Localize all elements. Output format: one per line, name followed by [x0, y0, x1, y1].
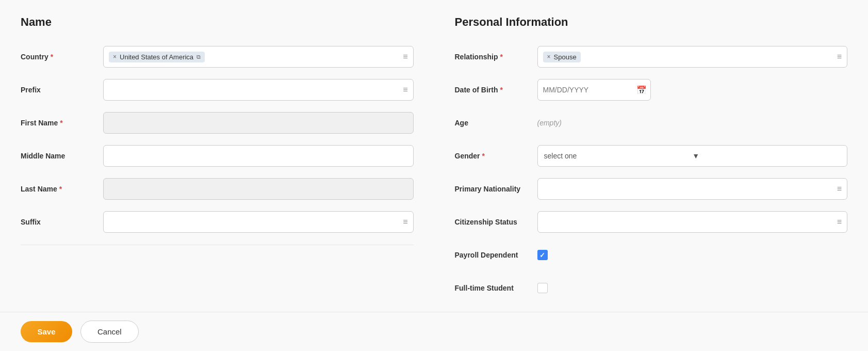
country-list-icon[interactable]: ≡ — [403, 52, 407, 61]
citizenship-status-label: Citizenship Status — [455, 218, 537, 226]
suffix-list-icon[interactable]: ≡ — [403, 217, 407, 227]
payroll-dependent-label: Payroll Dependent — [455, 251, 537, 259]
full-time-student-checkbox[interactable] — [537, 283, 548, 293]
name-section-title: Name — [21, 15, 414, 29]
citizenship-status-list-icon[interactable]: ≡ — [837, 217, 842, 227]
payroll-dependent-field: ✓ — [537, 250, 848, 260]
relationship-close-icon[interactable]: × — [547, 53, 551, 60]
first-name-row: First Name* — [21, 110, 414, 135]
country-field: × United States of America ⧉ ≡ — [103, 46, 414, 68]
first-name-input[interactable] — [103, 112, 414, 134]
primary-nationality-input[interactable]: ≡ — [537, 178, 848, 200]
dob-row: Date of Birth* 📅 — [455, 77, 848, 102]
dob-label: Date of Birth* — [455, 86, 537, 94]
cancel-button[interactable]: Cancel — [80, 321, 139, 343]
suffix-field: ≡ — [103, 211, 414, 233]
personal-info-section: Personal Information Relationship* × Spo… — [455, 15, 848, 310]
first-name-field — [103, 112, 414, 134]
full-time-student-row: Full-time Student — [455, 276, 848, 300]
middle-name-input[interactable] — [103, 145, 414, 167]
gender-field: select one ▼ — [537, 145, 848, 167]
prefix-list-icon[interactable]: ≡ — [403, 85, 407, 94]
full-time-student-field — [537, 283, 848, 293]
prefix-list-input[interactable]: ≡ — [103, 79, 414, 101]
prefix-label: Prefix — [21, 86, 103, 94]
gender-select[interactable]: select one ▼ — [537, 145, 848, 167]
last-name-label: Last Name* — [21, 185, 103, 193]
gender-placeholder: select one — [544, 152, 693, 160]
suffix-list-input[interactable]: ≡ — [103, 211, 414, 233]
suffix-row: Suffix ≡ — [21, 210, 414, 234]
middle-name-label: Middle Name — [21, 152, 103, 160]
dob-date-input[interactable]: 📅 — [537, 79, 651, 101]
first-name-label: First Name* — [21, 119, 103, 127]
age-row: Age (empty) — [455, 110, 848, 135]
dob-text-input[interactable] — [543, 86, 633, 94]
suffix-label: Suffix — [21, 218, 103, 226]
country-label: Country* — [21, 53, 103, 61]
save-button[interactable]: Save — [21, 321, 72, 342]
bottom-bar: Save Cancel — [0, 312, 868, 351]
middle-name-field — [103, 145, 414, 167]
dob-field: 📅 — [537, 79, 848, 101]
relationship-field: × Spouse ≡ — [537, 46, 848, 68]
name-section-divider — [21, 245, 414, 245]
gender-label: Gender* — [455, 152, 537, 160]
payroll-dependent-checkmark: ✓ — [539, 251, 545, 259]
last-name-row: Last Name* — [21, 177, 414, 201]
gender-row: Gender* select one ▼ — [455, 143, 848, 168]
primary-nationality-row: Primary Nationality ≡ — [455, 177, 848, 201]
age-empty: (empty) — [537, 119, 562, 127]
relationship-tag-chip[interactable]: × Spouse — [543, 52, 581, 62]
relationship-value: Spouse — [554, 53, 577, 61]
citizenship-status-row: Citizenship Status ≡ — [455, 210, 848, 234]
last-name-input[interactable] — [103, 178, 414, 200]
relationship-row: Relationship* × Spouse ≡ — [455, 44, 848, 69]
payroll-dependent-row: Payroll Dependent ✓ — [455, 243, 848, 267]
relationship-label: Relationship* — [455, 53, 537, 61]
age-label: Age — [455, 119, 537, 127]
calendar-icon[interactable]: 📅 — [636, 85, 647, 95]
primary-nationality-label: Primary Nationality — [455, 185, 537, 193]
gender-dropdown-arrow: ▼ — [692, 152, 841, 160]
name-section: Name Country* × United States of America… — [21, 15, 414, 310]
citizenship-status-field: ≡ — [537, 211, 848, 233]
country-tag-chip[interactable]: × United States of America ⧉ — [109, 52, 205, 62]
last-name-field — [103, 178, 414, 200]
country-tag-input[interactable]: × United States of America ⧉ ≡ — [103, 46, 414, 68]
full-time-student-label: Full-time Student — [455, 284, 537, 292]
middle-name-row: Middle Name — [21, 143, 414, 168]
age-field: (empty) — [537, 119, 848, 127]
country-external-icon[interactable]: ⧉ — [196, 54, 201, 60]
primary-nationality-field: ≡ — [537, 178, 848, 200]
citizenship-status-input[interactable]: ≡ — [537, 211, 848, 233]
country-close-icon[interactable]: × — [113, 53, 117, 60]
personal-info-title: Personal Information — [455, 15, 848, 29]
prefix-row: Prefix ≡ — [21, 77, 414, 102]
relationship-list-icon[interactable]: ≡ — [837, 52, 842, 61]
prefix-field: ≡ — [103, 79, 414, 101]
relationship-tag-input[interactable]: × Spouse ≡ — [537, 46, 848, 68]
primary-nationality-list-icon[interactable]: ≡ — [837, 184, 842, 194]
country-value: United States of America — [120, 53, 193, 61]
payroll-dependent-checkbox[interactable]: ✓ — [537, 250, 548, 260]
country-row: Country* × United States of America ⧉ ≡ — [21, 44, 414, 69]
